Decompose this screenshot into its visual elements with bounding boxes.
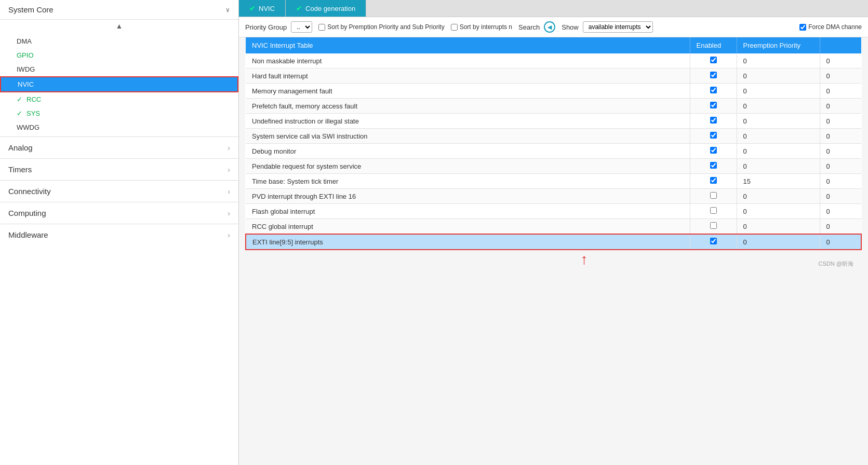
sidebar-category-connectivity[interactable]: Connectivity › xyxy=(0,180,238,202)
interrupt-enabled[interactable] xyxy=(690,174,737,189)
wwdg-label: WWDG xyxy=(17,124,39,131)
table-row[interactable]: Hard fault interrupt00 xyxy=(246,69,861,84)
preemption-priority: 0 xyxy=(737,159,820,174)
sidebar-item-dma[interactable]: DMA xyxy=(0,34,238,48)
system-core-header[interactable]: System Core ∨ xyxy=(0,0,238,20)
interrupt-enabled[interactable] xyxy=(690,99,737,114)
interrupt-name: Undefined instruction or illegal state xyxy=(246,114,690,129)
sidebar-item-nvic[interactable]: NVIC xyxy=(0,76,238,92)
interrupt-name: Flash global interrupt xyxy=(246,204,690,219)
interrupt-enabled[interactable] xyxy=(690,69,737,84)
table-row[interactable]: PVD interrupt through EXTI line 1600 xyxy=(246,189,861,204)
interrupt-enabled[interactable] xyxy=(690,219,737,235)
sidebar-category-analog[interactable]: Analog › xyxy=(0,136,238,158)
tab-code-generation[interactable]: ✔ Code generation xyxy=(286,0,366,17)
interrupt-enabled[interactable] xyxy=(690,234,737,250)
enabled-checkbox[interactable] xyxy=(710,87,717,93)
sidebar-category-computing[interactable]: Computing › xyxy=(0,202,238,224)
force-dma-checkbox-label[interactable]: Force DMA channe xyxy=(799,23,862,31)
code-gen-tab-label: Code generation xyxy=(305,5,355,12)
force-dma-checkbox[interactable] xyxy=(799,24,806,31)
enabled-checkbox[interactable] xyxy=(710,102,717,108)
interrupt-enabled[interactable] xyxy=(690,159,737,174)
table-row[interactable]: Pendable request for system service00 xyxy=(246,159,861,174)
sidebar-item-rcc[interactable]: RCC xyxy=(0,92,238,106)
table-row[interactable]: Debug monitor00 xyxy=(246,144,861,159)
table-row[interactable]: EXTI line[9:5] interrupts00 xyxy=(246,234,861,250)
extra-col: 0 xyxy=(820,174,861,189)
table-row[interactable]: Undefined instruction or illegal state00 xyxy=(246,114,861,129)
extra-col: 0 xyxy=(820,159,861,174)
middleware-label: Middleware xyxy=(8,230,48,239)
enabled-checkbox[interactable] xyxy=(710,147,717,154)
enabled-checkbox[interactable] xyxy=(710,72,717,78)
sidebar-item-iwdg[interactable]: IWDG xyxy=(0,62,238,76)
enabled-checkbox[interactable] xyxy=(710,238,717,244)
scroll-up-icon[interactable]: ▲ xyxy=(116,22,123,30)
watermark-text: CSDN @听海 xyxy=(819,260,853,268)
sidebar-item-sys[interactable]: SYS xyxy=(0,106,238,120)
enabled-checkbox[interactable] xyxy=(710,132,717,139)
tab-nvic[interactable]: ✔ NVIC xyxy=(239,0,286,17)
sort-interrupts-checkbox[interactable] xyxy=(451,24,458,31)
enabled-checkbox[interactable] xyxy=(710,117,717,124)
middleware-arrow-icon: › xyxy=(228,231,230,239)
red-arrow-icon: ↑ xyxy=(581,252,588,267)
interrupt-name: EXTI line[9:5] interrupts xyxy=(246,234,690,250)
sort-premption-checkbox[interactable] xyxy=(318,24,325,31)
enabled-checkbox[interactable] xyxy=(710,57,717,63)
annotation-container: ↑ CSDN @听海 xyxy=(245,250,862,271)
search-circle-icon[interactable]: ◀ xyxy=(544,21,555,33)
interrupt-enabled[interactable] xyxy=(690,114,737,129)
preemption-priority: 0 xyxy=(737,234,820,250)
extra-col: 0 xyxy=(820,114,861,129)
table-row[interactable]: Memory management fault00 xyxy=(246,84,861,99)
table-row[interactable]: Non maskable interrupt00 xyxy=(246,53,861,69)
sort-premption-label: Sort by Premption Priority and Sub Prior… xyxy=(327,23,444,31)
sort-premption-checkbox-label[interactable]: Sort by Premption Priority and Sub Prior… xyxy=(318,23,444,31)
timers-label: Timers xyxy=(8,165,32,174)
col-header-enabled: Enabled xyxy=(690,37,737,53)
extra-col: 0 xyxy=(820,69,861,84)
priority-group-select[interactable]: .. xyxy=(291,21,312,33)
preemption-priority: 0 xyxy=(737,189,820,204)
sidebar-category-middleware[interactable]: Middleware › xyxy=(0,224,238,245)
col-header-extra xyxy=(820,37,861,53)
enabled-checkbox[interactable] xyxy=(710,207,717,214)
interrupt-name: Debug monitor xyxy=(246,144,690,159)
sidebar-item-gpio[interactable]: GPIO xyxy=(0,48,238,62)
main-content: ✔ NVIC ✔ Code generation Priority Group … xyxy=(239,0,868,465)
nvic-tab-check-icon: ✔ xyxy=(249,4,256,12)
enabled-checkbox[interactable] xyxy=(710,162,717,169)
extra-col: 0 xyxy=(820,53,861,69)
interrupt-enabled[interactable] xyxy=(690,53,737,69)
enabled-checkbox[interactable] xyxy=(710,222,717,229)
interrupt-name: Pendable request for system service xyxy=(246,159,690,174)
system-core-items: DMA GPIO IWDG NVIC RCC SYS WWDG xyxy=(0,32,238,136)
sidebar-category-timers[interactable]: Timers › xyxy=(0,158,238,180)
enabled-checkbox[interactable] xyxy=(710,177,717,184)
preemption-priority: 0 xyxy=(737,84,820,99)
table-header-row: NVIC Interrupt Table Enabled Preemption … xyxy=(246,37,861,53)
extra-col: 0 xyxy=(820,204,861,219)
sort-interrupts-checkbox-label[interactable]: Sort by interrupts n xyxy=(451,23,512,31)
computing-arrow-icon: › xyxy=(228,209,230,217)
interrupt-enabled[interactable] xyxy=(690,84,737,99)
interrupt-enabled[interactable] xyxy=(690,189,737,204)
table-row[interactable]: RCC global interrupt00 xyxy=(246,219,861,235)
table-row[interactable]: System service call via SWI instruction0… xyxy=(246,129,861,144)
show-select[interactable]: available interrupts xyxy=(583,21,653,33)
sidebar-item-wwdg[interactable]: WWDG xyxy=(0,120,238,134)
system-core-label: System Core xyxy=(8,5,54,14)
extra-col: 0 xyxy=(820,129,861,144)
table-row[interactable]: Flash global interrupt00 xyxy=(246,204,861,219)
col-header-name: NVIC Interrupt Table xyxy=(246,37,690,53)
scroll-arrows: ▲ xyxy=(0,20,238,32)
table-row[interactable]: Prefetch fault, memory access fault00 xyxy=(246,99,861,114)
table-row[interactable]: Time base: System tick timer150 xyxy=(246,174,861,189)
force-dma-label: Force DMA channe xyxy=(808,23,862,31)
interrupt-enabled[interactable] xyxy=(690,204,737,219)
enabled-checkbox[interactable] xyxy=(710,192,717,199)
interrupt-enabled[interactable] xyxy=(690,144,737,159)
interrupt-enabled[interactable] xyxy=(690,129,737,144)
